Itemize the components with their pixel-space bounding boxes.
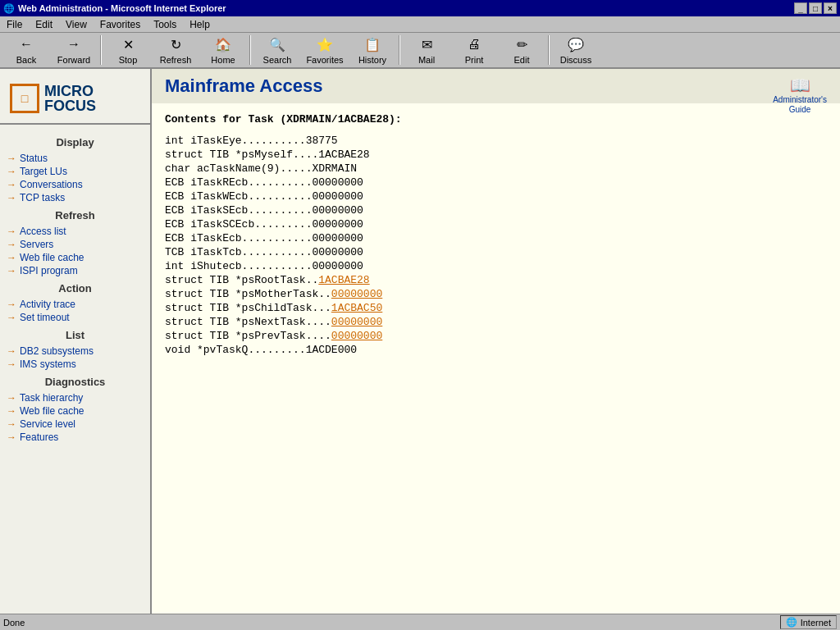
title-bar: 🌐 Web Administration - Microsoft Interne…	[0, 0, 840, 16]
content-line: struct TIB *psNextTask....00000000	[165, 315, 827, 329]
menu-bar: File Edit View Favorites Tools Help	[0, 16, 840, 33]
content-line-text: struct TIB *psMotherTask..	[165, 288, 331, 300]
status-zone: 🌐 Internet	[780, 615, 837, 627]
edit-label: Edit	[514, 55, 530, 65]
zone-label: Internet	[801, 618, 831, 628]
title-bar-text: Web Administration - Microsoft Internet …	[18, 3, 226, 13]
print-label: Print	[465, 55, 484, 65]
content-line: char acTaskName(9).....XDRMAIN	[165, 162, 827, 176]
content-line: int iShutecb...........00000000	[165, 259, 827, 273]
content-line: struct TIB *psPrevTask....00000000	[165, 329, 827, 343]
stop-icon: ✕	[119, 35, 137, 53]
section-title-action: Action	[0, 277, 150, 298]
sidebar-item-conversations[interactable]: → Conversations	[0, 178, 150, 191]
content-area: Mainframe Access 📖 Administrator'sGuide …	[152, 69, 840, 627]
edit-button[interactable]: ✏ Edit	[499, 34, 545, 66]
sidebar-item-activity-trace[interactable]: → Activity trace	[0, 298, 150, 311]
sidebar-item-servers[interactable]: → Servers	[0, 238, 150, 251]
refresh-icon: ↻	[167, 35, 185, 53]
content-line: TCB iTaskTcb...........00000000	[165, 245, 827, 259]
sidebar-item-web-file-cache-diag[interactable]: → Web file cache	[0, 404, 150, 418]
arrow-icon: →	[7, 226, 16, 237]
content-link-value[interactable]: 1ACBAC50	[331, 302, 382, 314]
content-line: struct TIB *psMotherTask..00000000	[165, 287, 827, 301]
minimize-button[interactable]: _	[794, 2, 807, 14]
content-header: Mainframe Access 📖 Administrator'sGuide	[152, 69, 840, 103]
content-line-text: struct TIB *psChildTask...	[165, 302, 331, 314]
content-link-value[interactable]: 1ACBAE28	[318, 274, 369, 286]
toolbar-separator-2	[249, 35, 251, 65]
main-container: □ MICRO FOCUS Display → Status → Target …	[0, 69, 840, 627]
menu-view[interactable]: View	[59, 17, 94, 32]
menu-tools[interactable]: Tools	[147, 17, 183, 32]
logo-box: □	[10, 84, 39, 113]
arrow-icon: →	[7, 358, 16, 370]
back-button[interactable]: ← Back	[3, 34, 49, 66]
sidebar-item-status[interactable]: → Status	[0, 152, 150, 165]
arrow-icon: →	[7, 392, 16, 404]
forward-button[interactable]: → Forward	[51, 34, 97, 66]
arrow-icon: →	[7, 179, 16, 190]
admin-guide-button[interactable]: 📖 Administrator'sGuide	[773, 75, 827, 115]
content-line-text: struct TIB *psNextTask....	[165, 316, 331, 328]
sidebar-item-service-level[interactable]: → Service level	[0, 418, 150, 431]
arrow-icon: →	[7, 299, 16, 310]
sidebar-item-set-timeout[interactable]: → Set timeout	[0, 311, 150, 324]
sidebar-item-db2-subsystems[interactable]: → DB2 subsystems	[0, 345, 150, 358]
mail-icon: ✉	[418, 35, 436, 53]
sidebar-item-target-lus[interactable]: → Target LUs	[0, 165, 150, 178]
toolbar-separator-3	[399, 35, 400, 65]
content-task-title: Contents for Task (XDRMAIN/1ACBAE28):	[165, 113, 827, 126]
content-line: ECB iTaskREcb..........00000000	[165, 176, 827, 189]
favorites-button[interactable]: ⭐ Favorites	[302, 34, 348, 66]
refresh-button[interactable]: ↻ Refresh	[153, 34, 199, 66]
status-text: Done	[3, 618, 777, 628]
forward-icon: →	[65, 35, 83, 53]
stop-button[interactable]: ✕ Stop	[105, 34, 151, 66]
menu-edit[interactable]: Edit	[29, 17, 59, 32]
sidebar-item-features[interactable]: → Features	[0, 431, 150, 444]
mail-button[interactable]: ✉ Mail	[404, 34, 450, 66]
discuss-label: Discuss	[560, 55, 592, 65]
print-icon: 🖨	[465, 35, 483, 53]
content-body: Contents for Task (XDRMAIN/1ACBAE28): in…	[152, 103, 840, 367]
sidebar-item-web-file-cache-refresh[interactable]: → Web file cache	[0, 251, 150, 264]
toolbar-separator-4	[548, 35, 550, 65]
menu-help[interactable]: Help	[183, 17, 217, 32]
menu-favorites[interactable]: Favorites	[94, 17, 147, 32]
content-line-text: struct TIB *psRootTask..	[165, 274, 318, 286]
sidebar-divider	[0, 123, 150, 125]
content-line: struct TIB *psChildTask...1ACBAC50	[165, 301, 827, 315]
home-button[interactable]: 🏠 Home	[200, 34, 246, 66]
content-line: struct TIB *psMyself....1ACBAE28	[165, 148, 827, 162]
arrow-icon: →	[7, 431, 16, 443]
history-button[interactable]: 📋 History	[349, 34, 395, 66]
menu-file[interactable]: File	[0, 17, 29, 32]
logo: □ MICRO FOCUS	[0, 77, 150, 123]
book-icon: 📖	[773, 75, 827, 95]
status-bar: Done 🌐 Internet	[0, 614, 840, 627]
back-icon: ←	[17, 35, 35, 53]
maximize-button[interactable]: □	[809, 2, 822, 14]
sidebar-item-tcp-tasks[interactable]: → TCP tasks	[0, 191, 150, 204]
search-button[interactable]: 🔍 Search	[254, 34, 300, 66]
page-title: Mainframe Access	[165, 75, 322, 97]
content-lines: int iTaskEye..........38775struct TIB *p…	[165, 134, 827, 357]
arrow-icon: →	[7, 239, 16, 250]
discuss-button[interactable]: 💬 Discuss	[553, 34, 599, 66]
discuss-icon: 💬	[567, 35, 585, 53]
sidebar-item-ispi-program[interactable]: → ISPI program	[0, 264, 150, 277]
content-link-value[interactable]: 00000000	[331, 288, 382, 300]
window-controls[interactable]: _ □ ×	[794, 2, 837, 14]
content-link-value[interactable]: 00000000	[331, 316, 382, 328]
content-link-value[interactable]: 00000000	[331, 330, 382, 342]
admin-guide-label: Administrator'sGuide	[773, 95, 827, 115]
print-button[interactable]: 🖨 Print	[451, 34, 497, 66]
sidebar-item-access-list[interactable]: → Access list	[0, 225, 150, 238]
status-right: 🌐 Internet	[780, 615, 837, 627]
arrow-icon: →	[7, 265, 16, 276]
sidebar-item-ims-systems[interactable]: → IMS systems	[0, 358, 150, 371]
sidebar-item-task-hierarchy[interactable]: → Task hierarchy	[0, 391, 150, 404]
close-button[interactable]: ×	[824, 2, 837, 14]
arrow-icon: →	[7, 345, 16, 357]
